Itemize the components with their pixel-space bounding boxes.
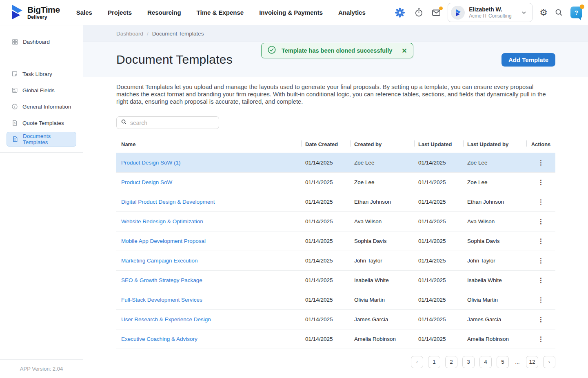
last-updated-cell: 01/14/2025 [414,153,463,172]
brand-subtitle: Delivery [27,15,60,20]
row-actions-kebab-icon[interactable]: ⋮ [535,178,547,187]
created-by-cell: Ava Wilson [350,211,414,231]
help-question-icon: ? [575,9,578,16]
nav-item-invoicing-payments[interactable]: Invoicing & Payments [259,9,323,16]
search-input[interactable] [130,120,215,126]
created-by-cell: Olivia Martin [350,290,414,309]
date-created-cell: 01/14/2025 [301,251,350,270]
last-updated-cell: 01/14/2025 [414,270,463,290]
pagination-next-button[interactable]: › [543,356,555,368]
user-account-menu[interactable]: Elizabeth W. Acme IT Consulting [448,3,533,22]
timer-icon[interactable] [414,8,424,17]
row-actions-kebab-icon[interactable]: ⋮ [535,256,547,265]
user-avatar [451,6,465,20]
pagination-page-5[interactable]: 5 [497,356,509,368]
row-actions-kebab-icon[interactable]: ⋮ [535,276,547,285]
date-created-cell: 01/14/2025 [301,172,350,192]
top-navigation-bar: BigTime Delivery Sales Projects Resourci… [0,0,588,25]
sidebar-item-general-information[interactable]: General Information [0,99,83,114]
column-header-date-created[interactable]: Date Created [301,139,350,153]
last-updated-by-cell: Olivia Martin [463,290,526,309]
templates-table: Name Date Created Created by Last Update… [116,139,555,349]
template-name-link[interactable]: Executive Coaching & Advisory [121,336,197,342]
brand-title: BigTime [27,5,60,14]
column-header-last-updated-by[interactable]: Last Updated by [463,139,526,153]
toast-message: Template has been cloned successfully [282,47,392,54]
row-actions-kebab-icon[interactable]: ⋮ [535,295,547,305]
table-header-row: Name Date Created Created by Last Update… [116,139,555,153]
row-actions-kebab-icon[interactable]: ⋮ [535,334,547,344]
breadcrumb-dashboard[interactable]: Dashboard [116,31,143,37]
last-updated-cell: 01/14/2025 [414,211,463,231]
column-header-created-by[interactable]: Created by [350,139,414,153]
breadcrumb-current: Document Templates [152,31,204,37]
chevron-down-icon [515,9,527,16]
sidebar-item-quote-templates[interactable]: $ Quote Templates [0,116,83,130]
last-updated-by-cell: John Taylor [463,251,526,270]
app-version-label: APP Version: 2.04 [0,359,83,378]
last-updated-by-cell: Amelia Robinson [463,329,526,349]
pagination-page-3[interactable]: 3 [462,356,475,368]
last-updated-cell: 01/14/2025 [414,251,463,270]
template-name-link[interactable]: Digital Product Design & Development [121,199,215,205]
template-name-link[interactable]: Mobile App Development Proposal [121,238,206,244]
add-template-button[interactable]: Add Template [501,53,555,67]
toast-close-icon[interactable]: ✕ [402,47,407,55]
sidebar-item-documents-templates[interactable]: Documents Templates [7,132,76,147]
ai-sparkle-icon[interactable] [395,7,405,18]
row-actions-kebab-icon[interactable]: ⋮ [535,315,547,324]
note-icon [11,71,18,77]
pagination-page-4[interactable]: 4 [479,356,492,368]
pagination-page-12[interactable]: 12 [526,356,538,368]
template-name-link[interactable]: User Research & Experience Design [121,316,211,322]
bigtime-logo[interactable]: BigTime Delivery [7,3,60,22]
help-button[interactable]: ? [570,7,582,18]
template-name-link[interactable]: SEO & Growth Strategy Package [121,277,202,283]
table-row: Full-Stack Development Services 01/14/20… [116,290,555,309]
row-actions-kebab-icon[interactable]: ⋮ [535,217,547,226]
template-name-link[interactable]: Full-Stack Development Services [121,297,202,303]
table-row: Marketing Campaign Execution 01/14/2025 … [116,251,555,270]
nav-item-projects[interactable]: Projects [108,9,132,16]
sidebar-item-global-fields[interactable]: Global Fields [0,83,83,98]
pagination-prev-button[interactable]: ‹ [411,356,423,368]
template-name-link[interactable]: Product Design SoW [121,179,172,185]
table-row: Product Design SoW (1) 01/14/2025 Zoe Le… [116,153,555,172]
created-by-cell: Sophia Davis [350,231,414,251]
messages-notification-dot [439,7,443,10]
global-search-icon[interactable] [555,8,563,17]
template-name-link[interactable]: Product Design SoW (1) [121,160,181,166]
sidebar-item-label: Documents Templates [23,133,76,145]
template-search [116,116,219,129]
nav-item-sales[interactable]: Sales [76,9,92,16]
template-name-link[interactable]: Marketing Campaign Execution [121,258,198,264]
pagination-page-2[interactable]: 2 [445,356,457,368]
row-actions-kebab-icon[interactable]: ⋮ [535,158,547,167]
table-row: Mobile App Development Proposal 01/14/20… [116,231,555,251]
nav-item-time-expense[interactable]: Time & Expense [197,9,244,16]
nav-item-analytics[interactable]: Analytics [338,9,366,16]
pagination-page-1[interactable]: 1 [428,356,440,368]
table-row: Digital Product Design & Development 01/… [116,192,555,211]
sidebar-item-label: Task Library [22,71,52,77]
messages-icon[interactable] [431,8,441,18]
column-header-actions: Actions [526,139,555,153]
row-actions-kebab-icon[interactable]: ⋮ [535,236,547,246]
nav-item-resourcing[interactable]: Resourcing [147,9,181,16]
column-header-name[interactable]: Name [116,139,301,153]
last-updated-cell: 01/14/2025 [414,290,463,309]
date-created-cell: 01/14/2025 [301,270,350,290]
column-header-last-updated[interactable]: Last Updated [414,139,463,153]
row-actions-kebab-icon[interactable]: ⋮ [535,197,547,207]
template-name-link[interactable]: Website Redesign & Optimization [121,218,203,225]
created-by-cell: Isabella White [350,270,414,290]
sidebar-item-label: Dashboard [23,39,50,45]
page-title: Document Templates [116,53,233,67]
settings-gear-icon[interactable]: ⚙ [539,8,548,17]
sidebar-item-label: Quote Templates [22,120,64,126]
svg-text:$: $ [14,122,16,125]
last-updated-by-cell: Ava Wilson [463,211,526,231]
sidebar-item-dashboard[interactable]: Dashboard [0,34,83,49]
last-updated-by-cell: Isabella White [463,270,526,290]
sidebar-item-task-library[interactable]: Task Library [0,67,83,81]
